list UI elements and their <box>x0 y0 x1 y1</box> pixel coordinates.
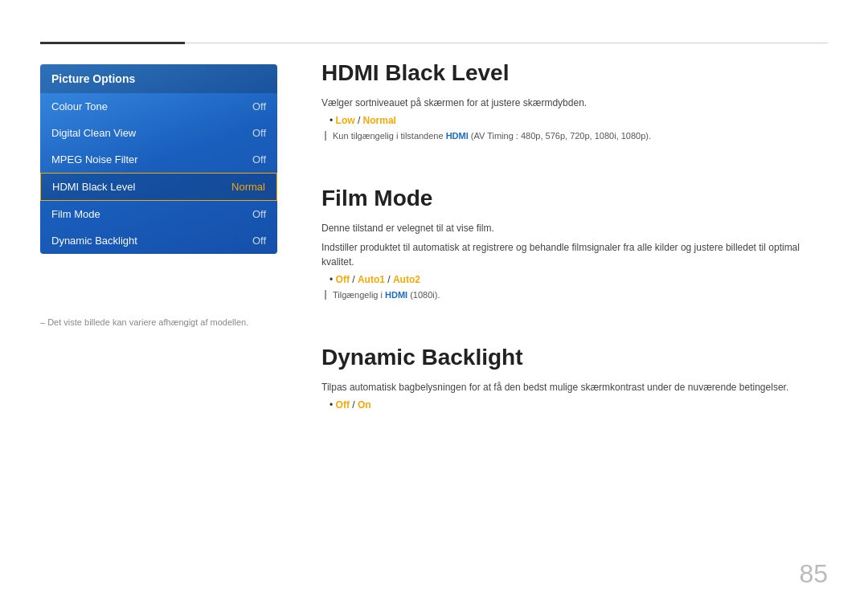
bullet-list-film: Off / Auto1 / Auto2 <box>330 274 828 285</box>
section-title-hdmi: HDMI Black Level <box>321 60 828 86</box>
section-desc-backlight: Tilpas automatisk bagbelysningen for at … <box>321 380 828 394</box>
menu-item-hdmi-black-level[interactable]: HDMI Black Level Normal <box>40 173 277 201</box>
top-line-separator <box>185 43 828 43</box>
option-auto2: Auto2 <box>393 274 420 285</box>
option-normal: Normal <box>363 115 396 126</box>
option-separator: / <box>352 274 358 285</box>
bullet-item-hdmi-options: Low / Normal <box>330 115 828 126</box>
hdmi-note: Kun tilgængelig i tilstandene HDMI (AV T… <box>325 131 828 141</box>
menu-item-mpeg-noise-filter[interactable]: MPEG Noise Filter Off <box>40 146 277 173</box>
menu-item-label: Colour Tone <box>51 100 108 112</box>
left-panel: Picture Options Colour Tone Off Digital … <box>40 64 277 254</box>
menu-item-value: Off <box>252 153 266 166</box>
footnote: – Det viste billede kan variere afhængig… <box>40 317 248 327</box>
menu-item-digital-clean-view[interactable]: Digital Clean View Off <box>40 120 277 146</box>
menu-item-colour-tone[interactable]: Colour Tone Off <box>40 93 277 120</box>
bullet-list-hdmi: Low / Normal <box>330 115 828 126</box>
menu-item-label: MPEG Noise Filter <box>51 153 138 166</box>
menu-item-label: Digital Clean View <box>51 127 136 139</box>
section-desc-film-2: Indstiller produktet til automatisk at r… <box>321 240 828 269</box>
option-on: On <box>358 399 371 411</box>
section-title-film: Film Mode <box>321 186 828 211</box>
option-off-film: Off <box>336 274 350 285</box>
picture-options-title: Picture Options <box>40 64 277 93</box>
menu-item-value: Off <box>252 235 266 247</box>
bullet-list-backlight: Off / On <box>330 399 828 411</box>
menu-item-value: Off <box>252 127 266 139</box>
divider-1 <box>321 158 828 174</box>
section-hdmi-black-level: HDMI Black Level Vælger sortniveauet på … <box>321 60 828 141</box>
hdmi-keyword-film: HDMI <box>385 290 407 300</box>
menu-item-value: Off <box>252 100 266 112</box>
top-decorative-lines <box>40 42 828 44</box>
menu-item-value: Normal <box>231 181 265 193</box>
right-content: HDMI Black Level Vælger sortniveauet på … <box>321 60 828 415</box>
section-title-backlight: Dynamic Backlight <box>321 345 828 370</box>
divider-2 <box>321 317 828 333</box>
menu-item-label: Dynamic Backlight <box>51 235 137 247</box>
section-film-mode: Film Mode Denne tilstand er velegnet til… <box>321 186 828 300</box>
option-separator: / <box>387 274 393 285</box>
menu-item-label: Film Mode <box>51 208 100 220</box>
bullet-item-film-options: Off / Auto1 / Auto2 <box>330 274 828 285</box>
section-desc-hdmi: Vælger sortniveauet på skærmen for at ju… <box>321 96 828 110</box>
bullet-item-backlight-options: Off / On <box>330 399 828 411</box>
option-separator: / <box>358 115 363 126</box>
option-separator: / <box>352 399 358 411</box>
section-dynamic-backlight: Dynamic Backlight Tilpas automatisk bagb… <box>321 345 828 411</box>
page-number: 85 <box>799 559 828 589</box>
section-desc-film-1: Denne tilstand er velegnet til at vise f… <box>321 221 828 235</box>
menu-item-label: HDMI Black Level <box>52 181 135 193</box>
top-line-accent <box>40 42 185 44</box>
menu-item-dynamic-backlight[interactable]: Dynamic Backlight Off <box>40 227 277 254</box>
picture-options-box: Picture Options Colour Tone Off Digital … <box>40 64 277 254</box>
menu-item-film-mode[interactable]: Film Mode Off <box>40 201 277 227</box>
film-note: Tilgængelig i HDMI (1080i). <box>325 290 828 300</box>
menu-item-value: Off <box>252 208 266 220</box>
option-low: Low <box>336 115 355 126</box>
hdmi-keyword: HDMI <box>446 131 469 141</box>
option-auto1: Auto1 <box>358 274 385 285</box>
option-off-backlight: Off <box>336 399 350 411</box>
